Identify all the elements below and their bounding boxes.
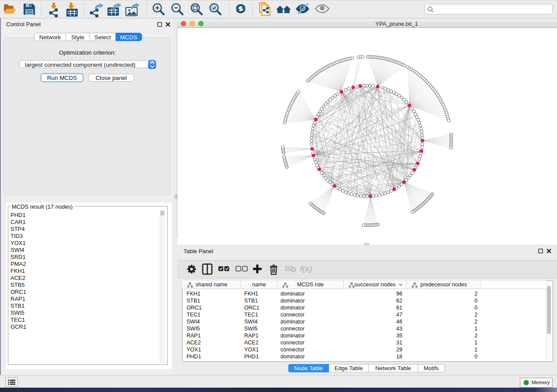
svg-text:f(x): f(x) [300,264,312,273]
